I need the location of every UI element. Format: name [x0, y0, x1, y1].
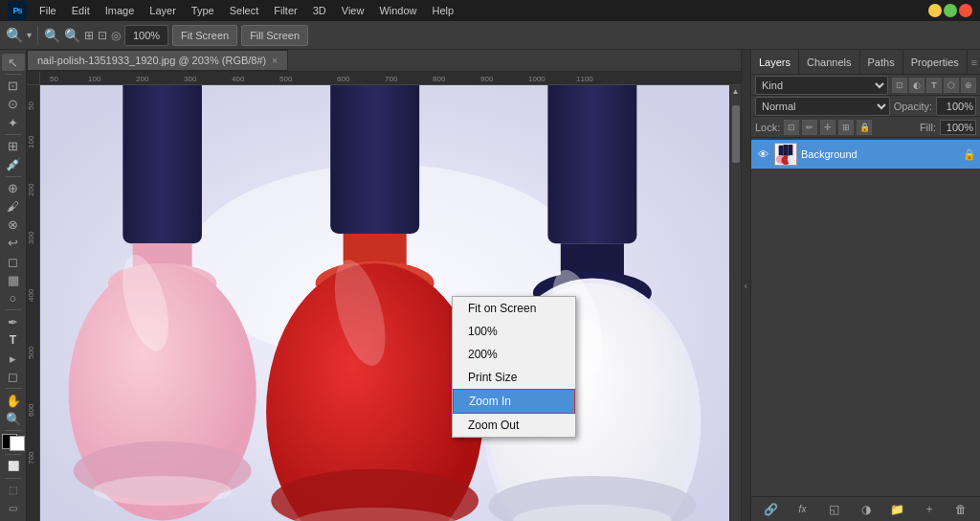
- text-tool[interactable]: T: [2, 331, 25, 349]
- quick-mask-tool[interactable]: ⬜: [2, 458, 25, 475]
- context-zoom-out[interactable]: Zoom Out: [453, 414, 575, 437]
- blend-mode-select[interactable]: Normal: [755, 97, 890, 116]
- screen-mode-btn[interactable]: ⬚: [2, 482, 25, 499]
- mask-btn[interactable]: ◱: [826, 501, 843, 518]
- main-area: ↖ ⊡ ⊙ ✦ ⊞ 💉 ⊕ 🖌 ⊗ ↩ ◻ ▦ ○ ✒ T ▸ ◻ ✋ 🔍 ⬜ …: [0, 50, 980, 521]
- minimize-button[interactable]: [928, 4, 942, 17]
- svg-text:500: 500: [279, 75, 293, 83]
- lock-pixels-btn[interactable]: ✏: [802, 120, 817, 135]
- fill-input[interactable]: 100%: [940, 120, 976, 135]
- lock-artboard-btn[interactable]: ⊞: [838, 120, 854, 135]
- lock-position-btn[interactable]: ✛: [820, 120, 835, 135]
- pen-tool[interactable]: ✒: [2, 313, 25, 330]
- kind-type-icon[interactable]: T: [926, 78, 942, 93]
- tool-separator-6: [5, 430, 22, 431]
- history-brush-tool[interactable]: ↩: [2, 235, 25, 252]
- lock-transparent-btn[interactable]: ⊡: [784, 120, 799, 135]
- svg-rect-22: [122, 85, 202, 243]
- lock-icons: ⊡ ✏ ✛ ⊞ 🔒: [784, 120, 872, 135]
- menu-edit[interactable]: Edit: [65, 3, 97, 18]
- hand-tool[interactable]: ✋: [2, 392, 25, 409]
- collapse-icon: ‹: [745, 281, 747, 291]
- fx-btn[interactable]: fx: [794, 501, 812, 518]
- layer-visibility-btn[interactable]: 👁: [755, 147, 770, 162]
- canvas-area: nail-polish-1351933_1920.jpg @ 203% (RGB…: [27, 50, 741, 521]
- menu-layer[interactable]: Layer: [143, 3, 183, 18]
- panel-menu-btn[interactable]: ≡: [968, 57, 980, 68]
- zoom-window-icon[interactable]: ⊡: [98, 29, 107, 42]
- layers-list: 👁 Background 🔒: [751, 138, 980, 496]
- opacity-input[interactable]: 100%: [936, 97, 976, 116]
- crop-tool[interactable]: ⊞: [2, 138, 25, 155]
- collapse-handle[interactable]: ‹: [741, 50, 750, 521]
- kind-pixel-icon[interactable]: ⊡: [892, 78, 907, 93]
- kind-shape-icon[interactable]: ⬡: [944, 78, 959, 93]
- new-layer-btn[interactable]: ＋: [921, 501, 938, 518]
- zoom-in-btn[interactable]: 🔍: [64, 28, 80, 43]
- menu-image[interactable]: Image: [99, 3, 142, 18]
- gradient-tool[interactable]: ▦: [2, 271, 25, 288]
- context-200-percent[interactable]: 200%: [453, 343, 575, 366]
- folder-btn[interactable]: 📁: [889, 501, 906, 518]
- kind-smart-icon[interactable]: ⊕: [961, 78, 976, 93]
- magic-wand-tool[interactable]: ✦: [2, 114, 25, 131]
- canvas-tab[interactable]: nail-polish-1351933_1920.jpg @ 203% (RGB…: [27, 50, 288, 71]
- layer-name: Background: [801, 148, 959, 160]
- vscroll-thumb[interactable]: [732, 105, 740, 163]
- kind-adjust-icon[interactable]: ◐: [909, 78, 924, 93]
- menu-help[interactable]: Help: [426, 3, 461, 18]
- zoom-tool[interactable]: 🔍: [2, 410, 25, 427]
- eraser-tool[interactable]: ◻: [2, 253, 25, 270]
- zoom-input[interactable]: 100%: [124, 25, 168, 46]
- titlebar-left: Ps File Edit Image Layer Type Select Fil…: [8, 1, 460, 20]
- menu-3d[interactable]: 3D: [306, 3, 333, 18]
- reset-zoom-icon[interactable]: ⊞: [84, 29, 94, 42]
- eyedropper-tool[interactable]: 💉: [2, 156, 25, 173]
- dodge-tool[interactable]: ○: [2, 289, 25, 306]
- svg-text:200: 200: [27, 183, 35, 196]
- brush-tool[interactable]: 🖌: [2, 198, 25, 215]
- delete-layer-btn[interactable]: 🗑: [952, 501, 969, 518]
- context-100-percent[interactable]: 100%: [453, 320, 575, 343]
- menu-type[interactable]: Type: [185, 3, 221, 18]
- tab-paths[interactable]: Paths: [860, 50, 903, 74]
- zoom-actual-icon[interactable]: ◎: [111, 29, 121, 42]
- tab-close-button[interactable]: ×: [272, 56, 278, 66]
- path-select-tool[interactable]: ▸: [2, 350, 25, 367]
- screen-mode-2-btn[interactable]: ▭: [2, 500, 25, 517]
- add-link-btn[interactable]: 🔗: [763, 501, 780, 518]
- panel-tabs: Layers Channels Paths Properties ≡: [751, 50, 980, 75]
- move-tool[interactable]: ↖: [2, 54, 25, 71]
- shape-tool[interactable]: ◻: [2, 368, 25, 385]
- healing-brush-tool[interactable]: ⊕: [2, 180, 25, 197]
- context-fit-on-screen[interactable]: Fit on Screen: [453, 297, 575, 320]
- tab-layers[interactable]: Layers: [751, 50, 799, 74]
- menu-window[interactable]: Window: [372, 3, 423, 18]
- zoom-out-btn[interactable]: 🔍: [44, 28, 60, 43]
- lasso-tool[interactable]: ⊙: [2, 96, 25, 113]
- menu-filter[interactable]: Filter: [267, 3, 303, 18]
- maximize-button[interactable]: [944, 4, 957, 17]
- menu-file[interactable]: File: [33, 3, 63, 18]
- clone-stamp-tool[interactable]: ⊗: [2, 216, 25, 234]
- zoom-tool-icon[interactable]: 🔍: [6, 27, 24, 44]
- svg-rect-45: [779, 146, 784, 156]
- marquee-tool[interactable]: ⊡: [2, 78, 25, 95]
- fill-screen-button[interactable]: Fill Screen: [241, 25, 308, 46]
- menu-select[interactable]: Select: [223, 3, 266, 18]
- adjustment-btn[interactable]: ◑: [858, 501, 875, 518]
- context-zoom-in[interactable]: Zoom In: [453, 389, 575, 414]
- lock-all-btn[interactable]: 🔒: [857, 120, 872, 135]
- tab-properties[interactable]: Properties: [903, 50, 968, 74]
- color-swatch[interactable]: [2, 434, 25, 451]
- layer-background[interactable]: 👁 Background 🔒: [751, 140, 980, 169]
- kind-select[interactable]: Kind: [755, 76, 888, 95]
- scroll-up-btn[interactable]: ▲: [732, 87, 740, 96]
- background-color[interactable]: [10, 436, 25, 451]
- context-print-size[interactable]: Print Size: [453, 366, 575, 389]
- vertical-scrollbar[interactable]: ▲ ▼: [729, 85, 741, 521]
- menu-view[interactable]: View: [335, 3, 371, 18]
- tab-channels[interactable]: Channels: [799, 50, 859, 74]
- fit-screen-button[interactable]: Fit Screen: [172, 25, 237, 46]
- close-button[interactable]: [959, 4, 972, 17]
